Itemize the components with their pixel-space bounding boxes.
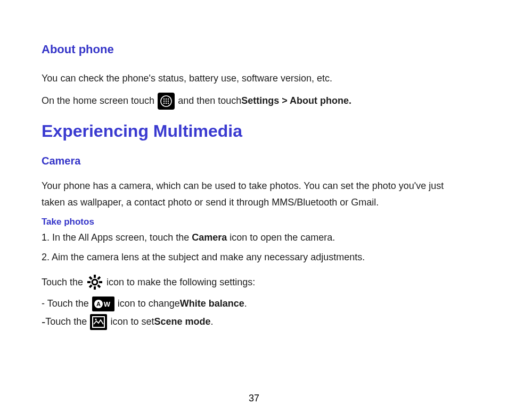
white-balance-icon: A W xyxy=(92,297,114,311)
scene-mode-icon xyxy=(90,314,107,330)
svg-rect-16 xyxy=(89,285,93,289)
about-phone-heading: About phone xyxy=(42,43,466,56)
about-phone-instruction: On the home screen touch and then touch … xyxy=(42,93,466,110)
scene-dash: - xyxy=(42,312,45,331)
scene-end: . xyxy=(210,314,213,330)
settings-post: icon to make the following settings: xyxy=(106,275,255,290)
instr-text-post-a: and then touch xyxy=(178,93,241,109)
take-photos-heading: Take photos xyxy=(42,217,466,227)
svg-point-3 xyxy=(168,98,169,99)
scene-pre: Touch the xyxy=(45,314,87,330)
step1-a: 1. In the All Apps screen, touch the xyxy=(42,232,192,243)
experiencing-multimedia-heading: Experiencing Multimedia xyxy=(42,121,466,141)
wb-end: . xyxy=(244,296,247,311)
svg-point-24 xyxy=(95,318,97,320)
svg-rect-23 xyxy=(93,317,104,327)
about-phone-description: You can check the phone's status, batter… xyxy=(42,70,466,87)
instr-text-pre: On the home screen touch xyxy=(42,93,154,109)
wb-bold: White balance xyxy=(180,296,244,311)
svg-point-1 xyxy=(163,98,165,99)
step1-c: icon to open the camera. xyxy=(227,232,335,243)
take-photos-step-2: 2. Aim the camera lens at the subject an… xyxy=(42,250,466,265)
svg-rect-15 xyxy=(97,276,101,280)
camera-description: Your phone has a camera, which can be us… xyxy=(42,178,466,211)
svg-point-6 xyxy=(168,100,169,101)
svg-rect-11 xyxy=(94,275,96,278)
gear-settings-icon xyxy=(86,274,103,291)
svg-text:A: A xyxy=(96,301,101,307)
svg-point-2 xyxy=(166,98,167,99)
take-photos-step-1: 1. In the All Apps screen, touch the Cam… xyxy=(42,230,466,245)
scene-bold: Scene mode xyxy=(154,314,210,330)
svg-rect-12 xyxy=(94,286,96,290)
camera-heading: Camera xyxy=(42,155,466,167)
svg-point-4 xyxy=(163,100,165,101)
settings-instruction: Touch the icon to make the following set… xyxy=(42,274,466,291)
svg-rect-14 xyxy=(99,281,102,283)
page-number: 37 xyxy=(0,393,508,404)
wb-mid: icon to change xyxy=(118,296,180,311)
svg-rect-17 xyxy=(89,276,93,280)
svg-point-7 xyxy=(163,102,165,103)
app-drawer-icon xyxy=(158,93,175,110)
settings-pre: Touch the xyxy=(42,275,83,290)
scene-mode-row: - Touch the icon to set Scene mode . xyxy=(42,312,466,331)
instr-text-post-b: Settings > About phone. xyxy=(241,93,351,109)
scene-mid: icon to set xyxy=(110,314,154,330)
svg-point-19 xyxy=(93,281,97,284)
wb-pre: - Touch the xyxy=(42,296,89,311)
step1-b: Camera xyxy=(192,232,227,243)
svg-text:W: W xyxy=(104,300,111,308)
svg-point-5 xyxy=(166,100,167,101)
svg-rect-18 xyxy=(97,285,101,289)
white-balance-row: - Touch the A W icon to change White bal… xyxy=(42,296,466,311)
svg-rect-13 xyxy=(87,281,91,283)
svg-point-8 xyxy=(166,102,167,103)
svg-point-9 xyxy=(168,102,169,103)
